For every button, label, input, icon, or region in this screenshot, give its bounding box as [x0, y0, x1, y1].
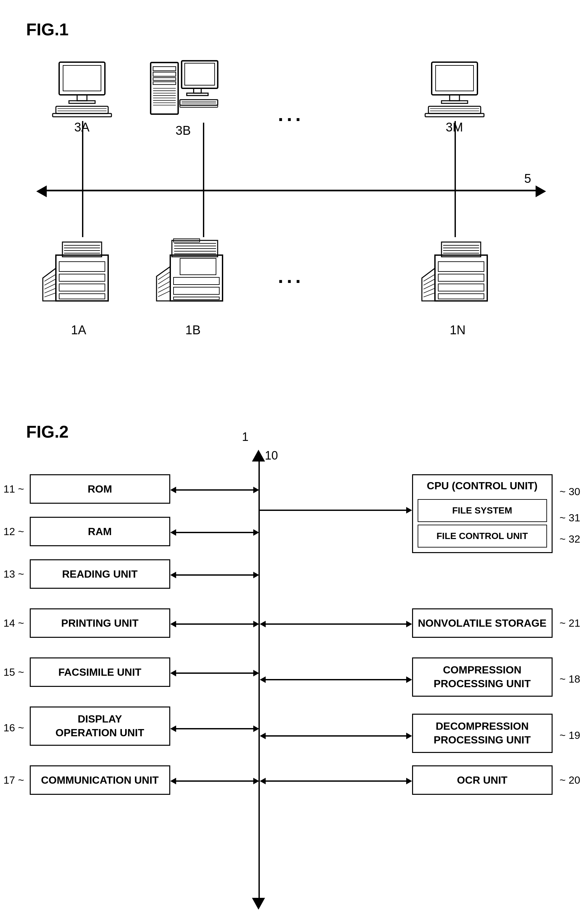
svg-rect-36	[425, 114, 484, 117]
arrow-ocr	[260, 778, 412, 784]
svg-rect-78	[438, 274, 484, 281]
svg-line-70	[158, 291, 169, 297]
display-operation-box: DISPLAYOPERATION UNIT	[30, 706, 170, 746]
arrow-communication	[170, 778, 259, 784]
file-control-unit-box: FILE CONTROL UNIT	[418, 525, 547, 548]
computer-3b-label: 3B	[176, 124, 191, 138]
rom-box: ROM	[30, 474, 170, 504]
arrow-nonvolatile	[260, 621, 412, 627]
cpu-outer-box: CPU (CONTROL UNIT) FILE SYSTEM FILE CONT…	[412, 474, 552, 553]
fig1-diagram: 3A	[30, 52, 552, 396]
svg-rect-9	[153, 67, 176, 71]
ref-31: ~ 31	[559, 512, 580, 524]
svg-rect-31	[450, 95, 459, 101]
svg-rect-43	[59, 262, 105, 271]
arrow-ram	[170, 529, 259, 536]
compression-unit-box: COMPRESSIONPROCESSING UNIT	[412, 657, 552, 697]
ref-20: ~ 20	[559, 774, 580, 786]
svg-rect-10	[153, 72, 176, 76]
bus-arrow-right	[536, 185, 546, 197]
svg-rect-62	[174, 277, 219, 285]
printer-1b: 1B	[154, 236, 232, 337]
arrow-display	[170, 726, 259, 732]
vline-bus-1a	[82, 191, 83, 237]
communication-unit-box: COMMUNICATION UNIT	[30, 766, 170, 795]
file-system-box: FILE SYSTEM	[418, 499, 547, 522]
svg-rect-24	[187, 93, 208, 96]
arrow-printing	[170, 621, 259, 627]
svg-rect-33	[428, 106, 481, 114]
svg-rect-32	[441, 101, 468, 103]
svg-rect-80	[438, 294, 484, 299]
arrow-reading	[170, 572, 259, 578]
vline-3b-bus	[203, 123, 204, 190]
label-10: 10	[265, 449, 278, 462]
svg-rect-45	[59, 284, 105, 291]
printer-1n-label: 1N	[450, 323, 466, 337]
computer-3b: 3B	[147, 56, 219, 138]
ref-14: 14 ~	[3, 617, 24, 629]
svg-rect-64	[174, 297, 219, 300]
ref-32: ~ 32	[559, 533, 580, 545]
svg-line-51	[44, 289, 55, 293]
svg-rect-29	[432, 62, 477, 95]
svg-rect-25	[180, 100, 218, 105]
svg-rect-0	[59, 62, 105, 95]
facsimile-unit-box: FACSIMILE UNIT	[30, 657, 170, 687]
ref-11: 11 ~	[3, 483, 24, 495]
svg-rect-4	[56, 106, 108, 114]
svg-rect-22	[185, 63, 215, 85]
svg-rect-79	[438, 284, 484, 291]
svg-rect-12	[153, 82, 176, 84]
svg-rect-3	[69, 101, 95, 103]
printer-1a-label: 1A	[71, 323, 86, 337]
svg-rect-30	[436, 65, 473, 91]
vline-3a-bus	[82, 121, 83, 190]
svg-rect-11	[153, 78, 176, 80]
printer-1a: 1A	[39, 236, 118, 337]
cpu-title: CPU (CONTROL UNIT)	[413, 475, 552, 497]
fig1-label: FIG.1	[26, 20, 556, 39]
svg-rect-1	[63, 65, 101, 91]
ref-16: 16 ~	[3, 722, 24, 734]
svg-line-86	[424, 293, 434, 297]
svg-rect-28	[180, 105, 218, 107]
arrow-facsimile	[170, 670, 259, 676]
fig2-diagram: 1 10 ROM 11 ~ RAM	[30, 448, 552, 906]
svg-rect-21	[181, 61, 218, 88]
page: FIG.1 3A	[0, 0, 582, 924]
arrow-decompression	[260, 733, 412, 739]
fig2-label: FIG.2	[26, 422, 556, 442]
printer-1b-label: 1B	[185, 323, 200, 337]
svg-rect-77	[438, 262, 484, 271]
arrow-cpu	[260, 507, 412, 513]
svg-rect-23	[194, 88, 201, 93]
arrow-compression	[260, 676, 412, 683]
ref-19: ~ 19	[559, 729, 580, 741]
nonvolatile-storage-box: NONVOLATILE STORAGE	[412, 608, 552, 638]
arrow-rom	[170, 487, 259, 493]
reading-unit-box: READING UNIT	[30, 559, 170, 589]
bus-label-5: 5	[524, 172, 531, 186]
svg-rect-63	[174, 287, 219, 294]
ref-18: ~ 18	[559, 673, 580, 685]
ref-15: 15 ~	[3, 666, 24, 678]
ref-12: 12 ~	[3, 526, 24, 538]
label-1: 1	[242, 430, 249, 444]
bottom-dots: ...	[278, 265, 304, 287]
svg-line-52	[44, 293, 55, 297]
ref-13: 13 ~	[3, 568, 24, 580]
decompression-unit-box: DECOMPRESSIONPROCESSING UNIT	[412, 714, 552, 753]
vline-bus-1n	[455, 191, 456, 237]
ram-box: RAM	[30, 517, 170, 546]
ref-17: 17 ~	[3, 774, 24, 786]
svg-rect-7	[53, 114, 112, 117]
vline-3m-bus	[455, 121, 456, 190]
svg-line-84	[424, 284, 434, 289]
svg-line-50	[44, 284, 55, 289]
top-dots: ...	[278, 103, 304, 125]
svg-rect-46	[59, 294, 105, 299]
svg-rect-44	[59, 274, 105, 281]
svg-rect-2	[77, 95, 87, 101]
bus-arrow-up	[252, 450, 265, 462]
